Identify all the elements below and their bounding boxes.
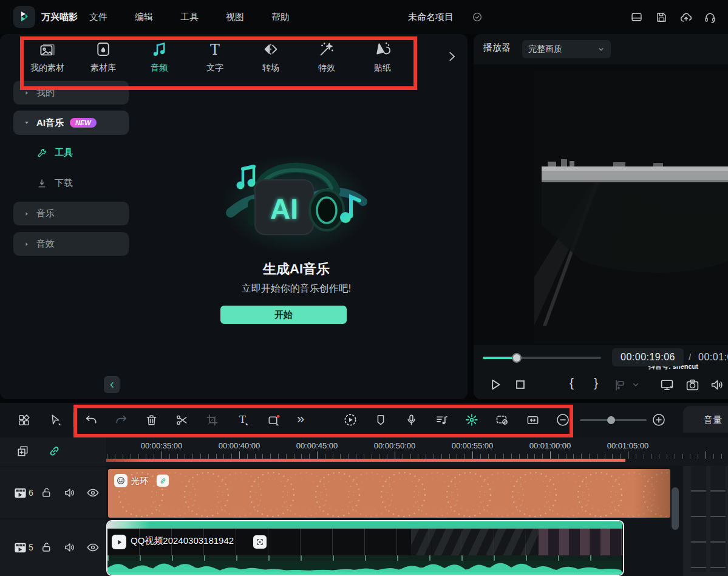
track-mute-icon[interactable]	[63, 541, 77, 554]
track-layout-icon[interactable]	[17, 413, 31, 427]
filmstrip-thumbs-mountains	[411, 529, 539, 555]
caret-right-icon	[23, 210, 30, 218]
halo-effect-clip[interactable]: 光环	[108, 469, 670, 518]
auto-ripple-button[interactable]	[525, 413, 540, 427]
tab-audio[interactable]: 音频	[131, 36, 187, 79]
video-clip-selected[interactable]: QQ视频20240303181942	[106, 520, 624, 576]
tab-transitions[interactable]: 转场	[243, 36, 299, 79]
timeline-header-cell	[0, 437, 106, 466]
tab-effects[interactable]: 特效	[299, 36, 355, 79]
caret-right-icon	[23, 241, 30, 248]
layout-panel-icon[interactable]	[630, 11, 643, 24]
sidebar-label: 音乐	[36, 208, 55, 219]
add-track-icon[interactable]	[16, 444, 30, 458]
video-preview-area: ♪ 抖音 抖音号: shencut	[474, 64, 728, 345]
video-frame	[534, 70, 728, 344]
clip-beat-marks	[107, 555, 622, 561]
play-button[interactable]	[487, 377, 503, 393]
redo-button[interactable]	[114, 413, 128, 427]
crop-button[interactable]	[205, 413, 219, 427]
record-voiceover-button[interactable]	[404, 413, 418, 427]
app-logo-icon	[13, 6, 35, 28]
marker-dropdown-chevron-icon[interactable]	[631, 380, 640, 389]
sidebar-item-tools[interactable]: 工具	[13, 141, 129, 165]
sidebar-item-music[interactable]: 音乐	[13, 202, 129, 225]
volume-panel-divider	[683, 433, 728, 437]
marker-button[interactable]	[612, 378, 627, 393]
mirror-display-button[interactable]	[659, 377, 675, 393]
link-clips-icon[interactable]	[47, 444, 61, 458]
start-button[interactable]: 开始	[220, 306, 347, 324]
audio-music-note-icon	[150, 40, 168, 58]
split-scissors-button[interactable]	[174, 413, 189, 427]
wrench-icon	[36, 148, 47, 159]
sidebar-label: 音效	[36, 238, 55, 250]
tabs-expand-chevron-icon[interactable]	[445, 49, 458, 64]
timeline-ruler[interactable]: 00:00:35:00 00:00:40:00 00:00:45:00 00:0…	[106, 437, 728, 466]
tab-label: 音频	[151, 63, 168, 74]
caret-right-icon	[23, 89, 30, 97]
tab-stock-library[interactable]: 素材库	[75, 36, 131, 79]
stop-button[interactable]	[512, 377, 528, 393]
ruler-label: 00:01:00:00	[529, 441, 571, 450]
track-visibility-eye-icon[interactable]	[86, 541, 100, 554]
more-tools-button[interactable]: »	[297, 411, 304, 427]
stock-library-icon	[94, 40, 112, 58]
sidebar-collapse-button[interactable]	[104, 376, 120, 393]
undo-button[interactable]	[84, 413, 98, 427]
transition-icon	[262, 40, 280, 58]
track-header-lower: 5	[0, 519, 106, 576]
mask-tool-button[interactable]	[266, 413, 281, 427]
sidebar-item-sound-effects[interactable]: 音效	[13, 232, 129, 256]
track-lock-icon[interactable]	[40, 486, 53, 499]
keyframe-button[interactable]	[495, 413, 509, 427]
quality-dropdown[interactable]: 完整画质	[522, 40, 611, 58]
headset-icon[interactable]	[704, 11, 716, 24]
menu-edit[interactable]: 编辑	[130, 0, 158, 34]
volume-speaker-button[interactable]	[709, 377, 724, 393]
timeline-zoom-slider-handle[interactable]	[607, 416, 615, 424]
track-mute-icon[interactable]	[63, 486, 77, 499]
zoom-out-button[interactable]	[556, 413, 570, 427]
save-icon[interactable]	[655, 11, 668, 24]
smart-cut-button[interactable]	[464, 413, 479, 427]
sidebar-item-my[interactable]: 我的	[13, 81, 129, 105]
menu-tools[interactable]: 工具	[175, 0, 203, 34]
playback-progress-track[interactable]	[483, 357, 601, 359]
current-timecode: 00:00:19:06	[612, 348, 684, 366]
tab-label: 特效	[318, 63, 335, 74]
project-name: 未命名项目	[408, 0, 454, 34]
video-content	[534, 70, 728, 344]
track-visibility-eye-icon[interactable]	[86, 486, 100, 499]
cloud-upload-icon[interactable]	[679, 11, 693, 24]
sidebar-item-download[interactable]: 下载	[13, 171, 129, 195]
ruler-range-strip	[106, 459, 625, 462]
menu-file[interactable]: 文件	[84, 0, 112, 34]
ruler-label: 00:01:05:00	[607, 441, 649, 450]
tab-my-media[interactable]: 我的素材	[19, 36, 75, 79]
menu-view[interactable]: 视图	[221, 0, 249, 34]
speed-button[interactable]	[343, 413, 358, 427]
audio-detach-button[interactable]	[434, 413, 449, 427]
zoom-in-button[interactable]	[651, 413, 666, 427]
sidebar-item-ai-music[interactable]: AI音乐 NEW	[13, 111, 129, 135]
tab-stickers[interactable]: 贴纸	[355, 36, 410, 79]
playback-progress-handle[interactable]	[512, 353, 522, 363]
snapshot-camera-button[interactable]	[685, 377, 700, 393]
menu-help[interactable]: 帮助	[267, 0, 294, 34]
promo-subtitle: 立即开始你的音乐创作吧!	[145, 283, 448, 295]
ruler-major-ticks	[106, 451, 728, 459]
timeline-zoom-slider[interactable]	[580, 419, 647, 421]
mark-in-button[interactable]: {	[570, 375, 574, 390]
sticker-icon	[373, 40, 392, 58]
delete-button[interactable]	[144, 413, 158, 427]
timeline-scrollbar[interactable]	[672, 487, 679, 530]
tab-text[interactable]: T 文字	[187, 36, 243, 79]
mark-out-button[interactable]: }	[594, 375, 598, 390]
select-cursor-icon[interactable]	[49, 413, 63, 427]
volume-panel: 音量	[683, 406, 728, 576]
track-lock-icon[interactable]	[40, 541, 53, 554]
text-tool-button[interactable]: T	[236, 413, 250, 427]
marker-shield-button[interactable]	[373, 413, 388, 427]
clip-edge-shade	[634, 469, 670, 518]
